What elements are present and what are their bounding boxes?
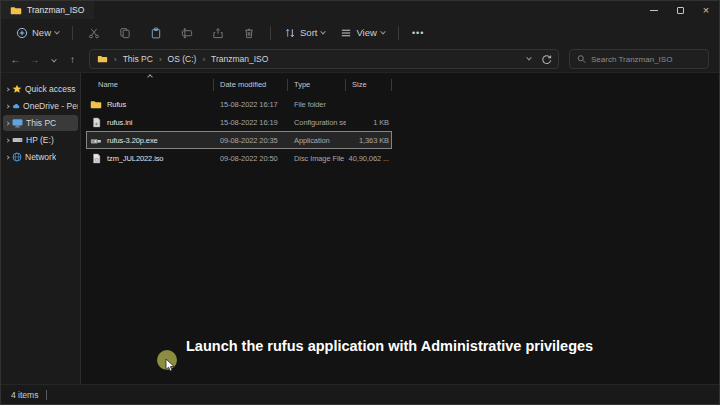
minimize-button[interactable] (641, 1, 667, 19)
maximize-icon (677, 7, 684, 14)
more-icon: ••• (412, 28, 424, 38)
status-bar: 4 items (1, 384, 719, 404)
column-header-size[interactable]: Size (346, 79, 392, 91)
search-input[interactable] (591, 55, 701, 64)
file-type: Configuration setti... (288, 118, 346, 127)
cloud-icon (12, 102, 20, 110)
share-button[interactable] (203, 24, 233, 42)
file-name: tzm_JUL2022.iso (107, 154, 163, 163)
title-bar: Tranzman_ISO × (1, 1, 719, 19)
file-row-rufus-exe[interactable]: rufus-3.20p.exe 09-08-2022 20:35 Applica… (86, 131, 392, 149)
column-header-date-modified[interactable]: Date modified (214, 79, 288, 91)
sidebar-item-quick-access[interactable]: Quick access (3, 81, 78, 97)
refresh-icon[interactable] (541, 54, 552, 65)
more-options-button[interactable]: ••• (405, 25, 431, 41)
sidebar-item-label: This PC (26, 118, 56, 128)
file-date: 09-08-2022 20:35 (214, 136, 288, 145)
mouse-cursor-icon (165, 358, 176, 373)
search-box[interactable] (569, 49, 709, 69)
up-button[interactable]: ↑ (64, 54, 81, 65)
navigation-pane: Quick access OneDrive - Persona This PC … (1, 73, 81, 384)
command-bar: New Sort View (1, 19, 719, 46)
folder-icon (10, 4, 22, 16)
copy-button[interactable] (110, 24, 140, 42)
expander-icon[interactable] (5, 121, 9, 125)
column-header-type[interactable]: Type (288, 79, 346, 91)
cut-button[interactable] (79, 24, 109, 42)
address-actions (527, 54, 552, 65)
rename-icon (181, 27, 193, 39)
sidebar-item-this-pc[interactable]: This PC (3, 115, 78, 131)
recent-locations-button[interactable] (45, 54, 62, 65)
view-button[interactable]: View (333, 24, 391, 42)
expander-icon[interactable] (5, 87, 9, 91)
file-explorer-window: Tranzman_ISO × New (0, 0, 720, 405)
new-label: New (32, 27, 51, 38)
application-icon (90, 134, 102, 146)
file-size: 40,90,062 ... (346, 154, 392, 163)
close-button[interactable]: × (693, 1, 719, 19)
new-button[interactable]: New (9, 24, 66, 42)
tab-title: Tranzman_ISO (27, 5, 84, 15)
sort-icon (284, 27, 296, 39)
divider (270, 26, 271, 40)
paste-button[interactable] (141, 24, 171, 42)
divider (46, 390, 47, 400)
forward-button[interactable]: → (26, 54, 43, 65)
rename-button[interactable] (172, 24, 202, 42)
explorer-tab[interactable]: Tranzman_ISO (1, 1, 94, 19)
sidebar-item-hp-drive[interactable]: HP (E:) (3, 132, 78, 148)
copy-icon (119, 27, 131, 39)
disc-image-icon (90, 152, 102, 164)
sort-ascending-icon (147, 74, 153, 80)
file-name: Rufus (107, 100, 126, 109)
delete-button[interactable] (234, 24, 264, 42)
chevron-down-icon (380, 28, 386, 34)
expander-icon[interactable] (5, 104, 9, 108)
sidebar-item-label: Quick access (25, 84, 76, 94)
column-header-name[interactable]: Name (86, 79, 214, 91)
address-dropdown-icon[interactable] (526, 55, 532, 61)
file-row-iso[interactable]: tzm_JUL2022.iso 09-08-2022 20:50 Disc Im… (86, 149, 392, 167)
sort-button[interactable]: Sort (277, 24, 332, 42)
file-date: 15-08-2022 16:19 (214, 118, 288, 127)
breadcrumb-os-c[interactable]: OS (C:) (168, 54, 197, 64)
delete-icon (243, 27, 255, 39)
star-icon (12, 84, 22, 94)
expander-icon[interactable] (5, 155, 9, 159)
minimize-icon (650, 10, 658, 11)
drive-icon (12, 136, 23, 144)
file-size: 1 KB (346, 118, 392, 127)
breadcrumb-this-pc[interactable]: This PC (123, 54, 153, 64)
breadcrumb-separator: › (157, 55, 164, 64)
share-icon (212, 27, 224, 39)
file-row-rufus-folder[interactable]: Rufus 15-08-2022 16:17 File folder (86, 95, 392, 113)
close-icon: × (703, 5, 709, 16)
breadcrumb-current-folder[interactable]: Tranzman_ISO (211, 54, 268, 64)
expander-icon[interactable] (5, 138, 9, 142)
breadcrumb-separator: › (112, 55, 119, 64)
sidebar-item-label: HP (E:) (26, 135, 54, 145)
sidebar-item-onedrive[interactable]: OneDrive - Persona (3, 98, 78, 114)
network-icon (12, 152, 22, 162)
sidebar-item-label: OneDrive - Persona (23, 101, 78, 111)
view-icon (340, 27, 352, 39)
file-type: File folder (288, 100, 346, 109)
breadcrumb[interactable]: › This PC › OS (C:) › Tranzman_ISO (89, 49, 559, 69)
chevron-down-icon (51, 56, 57, 62)
file-row-rufus-ini[interactable]: rufus.ini 15-08-2022 16:19 Configuration… (86, 113, 392, 131)
window-controls: × (641, 1, 719, 19)
sidebar-item-network[interactable]: Network (3, 149, 78, 165)
monitor-icon (12, 118, 23, 128)
file-name: rufus-3.20p.exe (107, 136, 158, 145)
sidebar-item-label: Network (25, 152, 56, 162)
file-name: rufus.ini (107, 118, 132, 127)
breadcrumb-separator: › (200, 55, 207, 64)
divider (72, 26, 73, 40)
cut-icon (88, 27, 100, 39)
maximize-button[interactable] (667, 1, 693, 19)
search-icon (577, 54, 586, 64)
file-size: 1,363 KB (346, 136, 392, 145)
file-type: Disc Image File (288, 154, 346, 163)
back-button[interactable]: ← (7, 54, 24, 65)
